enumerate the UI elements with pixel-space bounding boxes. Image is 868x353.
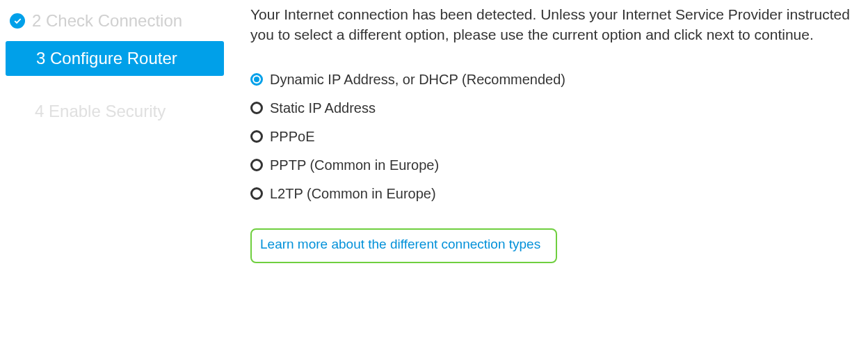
step-enable-security[interactable]: 4 Enable Security [0, 94, 230, 129]
step-label: Check Connection [46, 11, 182, 31]
option-label: Static IP Address [270, 100, 376, 116]
step-number: 2 [32, 11, 41, 31]
option-label: PPTP (Common in Europe) [270, 157, 439, 173]
option-label: PPPoE [270, 129, 314, 145]
option-static-ip[interactable]: Static IP Address [250, 100, 855, 116]
option-pppoe[interactable]: PPPoE [250, 129, 855, 145]
radio-icon [250, 159, 263, 171]
option-dhcp[interactable]: Dynamic IP Address, or DHCP (Recommended… [250, 72, 855, 88]
step-number: 3 [36, 49, 45, 68]
connection-options: Dynamic IP Address, or DHCP (Recommended… [250, 72, 855, 202]
option-l2tp[interactable]: L2TP (Common in Europe) [250, 186, 855, 202]
step-number: 4 [35, 102, 44, 121]
radio-icon [250, 187, 263, 200]
learn-more-link[interactable]: Learn more about the different connectio… [260, 237, 540, 251]
step-configure-router[interactable]: 3 Configure Router [6, 41, 224, 76]
step-check-connection[interactable]: 2 Check Connection [0, 3, 230, 38]
step-label: Configure Router [50, 49, 177, 68]
learn-more-box: Learn more about the different connectio… [250, 228, 557, 263]
check-icon [10, 13, 25, 29]
radio-icon [250, 130, 263, 143]
option-label: Dynamic IP Address, or DHCP (Recommended… [270, 72, 565, 88]
step-label: Enable Security [49, 102, 166, 121]
option-pptp[interactable]: PPTP (Common in Europe) [250, 157, 855, 173]
instruction-text: Your Internet connection has been detect… [250, 4, 855, 45]
main-content: Your Internet connection has been detect… [230, 0, 855, 353]
wizard-sidebar: 2 Check Connection 3 Configure Router 4 … [0, 0, 230, 353]
radio-icon [250, 73, 263, 86]
option-label: L2TP (Common in Europe) [270, 186, 436, 202]
radio-icon [250, 102, 263, 114]
